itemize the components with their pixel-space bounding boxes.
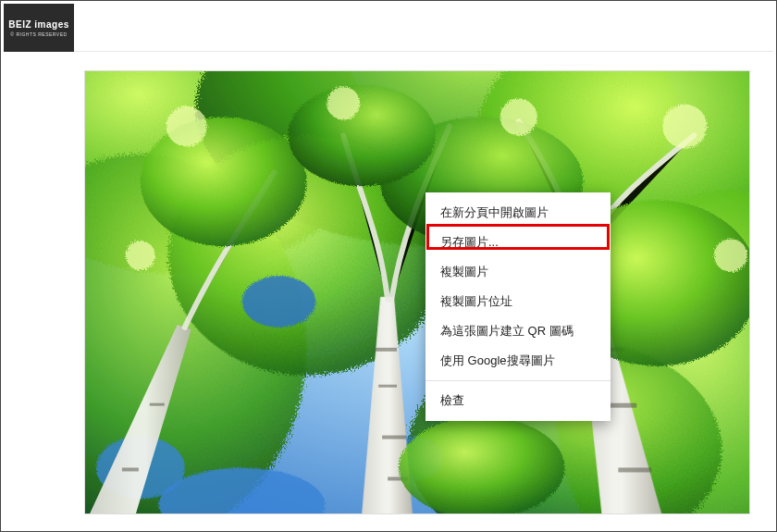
svg-point-35 xyxy=(714,239,747,272)
header-bar xyxy=(74,4,773,52)
svg-point-8 xyxy=(242,276,316,328)
image-context-menu: 在新分頁中開啟圖片 另存圖片... 複製圖片 複製圖片位址 為這張圖片建立 QR… xyxy=(426,192,610,421)
svg-rect-22 xyxy=(607,403,636,408)
brand-tagline: © RIGHTS RESERVED xyxy=(10,31,67,37)
menu-search-image-google[interactable]: 使用 Google搜尋圖片 xyxy=(426,346,610,376)
svg-point-36 xyxy=(126,241,155,270)
svg-point-31 xyxy=(166,106,207,147)
svg-point-29 xyxy=(288,85,436,187)
tree-canopy-svg xyxy=(85,71,749,513)
svg-rect-25 xyxy=(150,403,165,406)
svg-point-32 xyxy=(327,87,360,120)
menu-copy-image-address[interactable]: 複製圖片位址 xyxy=(426,287,610,316)
menu-copy-image[interactable]: 複製圖片 xyxy=(426,257,610,287)
brand-logo[interactable]: BEIZ images © RIGHTS RESERVED xyxy=(4,4,74,52)
menu-inspect[interactable]: 檢查 xyxy=(426,386,610,415)
svg-point-34 xyxy=(662,105,707,149)
menu-save-image-as[interactable]: 另存圖片... xyxy=(426,228,610,257)
svg-rect-16 xyxy=(375,348,397,352)
svg-rect-24 xyxy=(122,467,139,471)
brand-text: BEIZ images xyxy=(8,19,69,30)
svg-rect-17 xyxy=(378,385,397,388)
svg-point-26 xyxy=(141,118,306,247)
main-image[interactable] xyxy=(84,70,750,514)
menu-open-image-new-tab[interactable]: 在新分頁中開啟圖片 xyxy=(426,198,610,228)
svg-rect-23 xyxy=(618,467,651,472)
svg-point-33 xyxy=(500,99,537,136)
svg-rect-18 xyxy=(382,436,406,439)
page-frame: BEIZ images © RIGHTS RESERVED xyxy=(0,0,777,532)
menu-create-qr-for-image[interactable]: 為這張圖片建立 QR 圖碼 xyxy=(426,316,610,346)
menu-separator xyxy=(426,380,610,381)
